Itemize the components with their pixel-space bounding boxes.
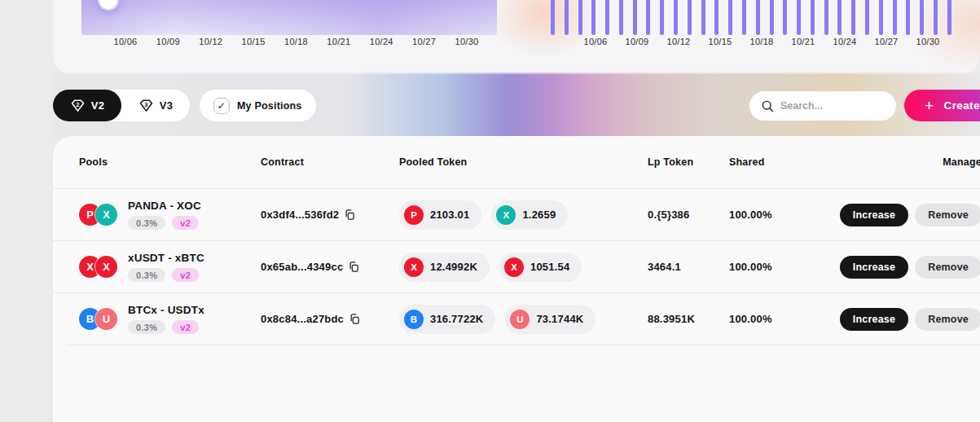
volume-bar — [756, 0, 760, 35]
pool-cell[interactable]: P X PANDA - XOC 0.3% v2 — [79, 200, 261, 230]
pooled-amount: 1051.54 — [530, 261, 569, 273]
fee-badge: 0.3% — [128, 268, 165, 282]
volume-bar — [605, 0, 609, 35]
volume-bar — [551, 0, 555, 35]
lp-token-value: 0.{5}386 — [648, 209, 729, 221]
volume-bar — [934, 0, 938, 35]
pooled-amount: 316.7722K — [430, 313, 483, 325]
create-button-label: Create — [944, 99, 980, 112]
volume-bar — [920, 0, 924, 35]
x-axis-label: 10/30 — [913, 37, 943, 50]
volume-bar — [646, 0, 650, 35]
pool-name: BTCx - USDTx — [128, 304, 204, 316]
search-box[interactable] — [749, 91, 896, 121]
shared-value: 100.00% — [729, 209, 827, 221]
volume-bar — [893, 0, 897, 35]
my-positions-checkbox[interactable]: ✓ — [213, 98, 230, 114]
volume-bar — [783, 0, 787, 35]
x-axis-label: 10/06 — [581, 37, 610, 50]
x-axis-label: 10/27 — [410, 37, 439, 50]
volume-bar — [879, 0, 883, 35]
svg-text:2: 2 — [76, 101, 79, 108]
x-axis-label: 10/12 — [664, 37, 693, 50]
copy-icon[interactable] — [344, 209, 356, 221]
search-input[interactable] — [780, 100, 878, 112]
tab-v2[interactable]: 2 V2 — [53, 90, 121, 121]
token-pair-avatars: P X — [79, 204, 117, 226]
remove-button[interactable]: Remove — [915, 204, 980, 226]
remove-button[interactable]: Remove — [915, 308, 980, 331]
shared-value: 100.00% — [729, 261, 827, 273]
version-badge: v2 — [172, 320, 199, 334]
volume-bar — [797, 0, 801, 35]
create-button[interactable]: + Create — [904, 90, 980, 121]
tab-v2-label: V2 — [91, 99, 105, 112]
token-icon: U — [510, 310, 530, 329]
copy-icon[interactable] — [349, 313, 361, 325]
volume-bar — [865, 0, 869, 35]
remove-button[interactable]: Remove — [915, 256, 980, 279]
pool-cell[interactable]: X X xUSDT - xBTC 0.3% v2 — [79, 252, 261, 282]
increase-button[interactable]: Increase — [840, 204, 908, 226]
volume-bars — [551, 0, 951, 35]
pooled-token-pill: B 316.7722K — [399, 305, 495, 334]
token-avatar: X — [95, 256, 117, 278]
x-axis-label: 10/18 — [282, 37, 311, 50]
table-row: B U BTCx - USDTx 0.3% v2 0x8c84...a27bdc… — [53, 292, 980, 345]
volume-bar — [837, 0, 842, 35]
pooled-token-pill: U 73.1744K — [505, 305, 595, 334]
volume-bar — [851, 0, 855, 35]
pooled-amount: 2103.01 — [430, 209, 469, 221]
token-icon: B — [404, 310, 424, 329]
token-icon: X — [504, 257, 524, 277]
header-contract: Contract — [261, 156, 399, 168]
increase-button[interactable]: Increase — [840, 256, 908, 279]
version-toggle: 2 V2 3 V3 — [53, 90, 190, 121]
lp-token-value: 88.3951K — [648, 313, 729, 325]
x-axis-label: 10/09 — [153, 37, 182, 50]
x-axis-label: 10/24 — [830, 37, 859, 50]
table-header-row: Pools Contract Pooled Token Lp Token Sha… — [53, 136, 980, 188]
table-row: P X PANDA - XOC 0.3% v2 0x3df4...536fd2 … — [53, 188, 980, 240]
shared-value: 100.00% — [729, 313, 827, 325]
header-manage: Manage — [943, 156, 980, 168]
pools-table-card: Pools Contract Pooled Token Lp Token Sha… — [53, 136, 980, 422]
charts-card: 10/0610/0910/1210/1510/1810/2110/2410/27… — [53, 0, 980, 75]
lp-token-value: 3464.1 — [648, 261, 729, 273]
volume-bar — [811, 0, 815, 35]
volume-bar — [619, 0, 623, 35]
pooled-token-pill: X 1.2659 — [491, 200, 568, 230]
volume-bar — [947, 0, 951, 35]
tab-v3[interactable]: 3 V3 — [121, 90, 190, 121]
liquidity-area-chart — [81, 0, 497, 35]
contract-address: 0x65ab...4349cc — [261, 261, 343, 273]
table-row: X X xUSDT - xBTC 0.3% v2 0x65ab...4349cc… — [53, 240, 980, 292]
volume-bar — [591, 0, 595, 35]
increase-button[interactable]: Increase — [840, 308, 908, 331]
x-axis-right: 10/0610/0910/1210/1510/1810/2110/2410/27… — [551, 37, 951, 50]
copy-icon[interactable] — [348, 261, 360, 273]
volume-bar — [824, 0, 828, 35]
svg-text:3: 3 — [144, 101, 147, 108]
x-axis-label: 10/18 — [747, 37, 776, 50]
token-avatar: X — [95, 204, 117, 226]
my-positions-label: My Positions — [237, 100, 302, 112]
pool-name: xUSDT - xBTC — [128, 252, 204, 264]
token-icon: X — [496, 205, 516, 225]
x-axis-label: 10/12 — [196, 37, 226, 50]
plus-icon: + — [925, 98, 934, 113]
pool-name: PANDA - XOC — [128, 200, 201, 212]
volume-bar — [578, 0, 582, 35]
x-axis-label: 10/27 — [872, 37, 901, 50]
gem-3-icon: 3 — [138, 98, 154, 113]
fee-badge: 0.3% — [128, 320, 165, 334]
pool-cell[interactable]: B U BTCx - USDTx 0.3% v2 — [79, 304, 261, 334]
pools-toolbar: 2 V2 3 V3 ✓ My Positions + Create — [53, 90, 980, 122]
my-positions-filter[interactable]: ✓ My Positions — [200, 90, 316, 121]
x-axis-label: 10/09 — [622, 37, 652, 50]
header-shared: Shared — [729, 156, 827, 168]
pooled-amount: 1.2659 — [522, 209, 556, 221]
token-pair-avatars: B U — [79, 308, 117, 330]
header-pooled-token: Pooled Token — [399, 156, 648, 168]
x-axis-label: 10/15 — [705, 37, 735, 50]
